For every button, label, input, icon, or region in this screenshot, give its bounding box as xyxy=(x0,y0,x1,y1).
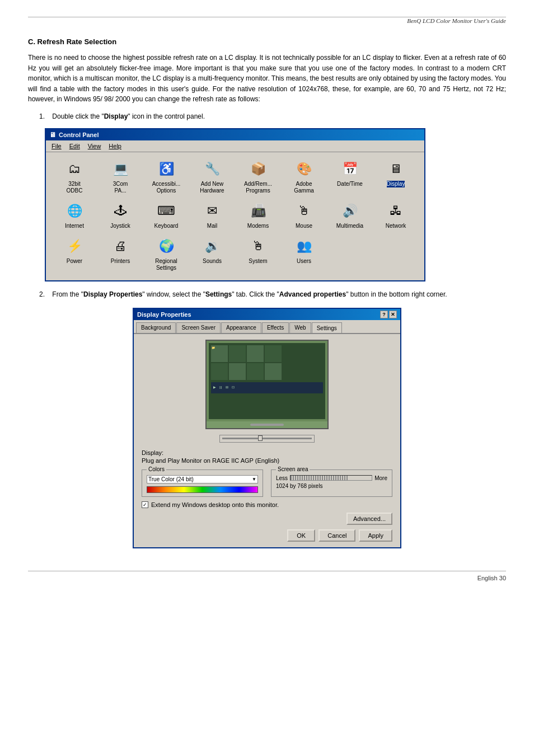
control-panel-window: 🖥 Control Panel File Edit View Help 🗂 32… xyxy=(45,128,425,281)
add-remove-label: Add/Rem...Programs xyxy=(244,181,272,194)
internet-icon: 🌐 xyxy=(64,201,85,221)
multimedia-label: Multimedia xyxy=(336,223,363,229)
menu-view[interactable]: View xyxy=(85,142,105,151)
icon-printers[interactable]: 🖨 Printers xyxy=(97,234,143,273)
datetime-label: Date/Time xyxy=(337,181,363,187)
display-label-text: Display: xyxy=(142,449,392,456)
monitor-preview-wrapper: 📁 xyxy=(203,340,331,445)
keyboard-icon: ⌨ xyxy=(156,201,176,221)
icon-sounds[interactable]: 🔉 Sounds xyxy=(189,234,235,273)
users-icon: 👥 xyxy=(294,236,314,256)
network-label: Network xyxy=(386,223,406,229)
icon-row-1: 🗂 32bitODBC 💻 3ComPA... ♿ Accessibi...Op… xyxy=(51,157,419,195)
ok-button[interactable]: OK xyxy=(287,529,315,542)
menu-edit[interactable]: Edit xyxy=(66,142,83,151)
datetime-icon: 📅 xyxy=(340,159,360,179)
advanced-row: Advanced... xyxy=(142,513,392,525)
slider-track xyxy=(222,438,312,439)
printers-label: Printers xyxy=(111,258,130,265)
icon-32bit[interactable]: 🗂 32bitODBC xyxy=(51,157,97,195)
monitor-screen: 📁 xyxy=(209,343,325,419)
icon-internet[interactable]: 🌐 Internet xyxy=(51,199,97,231)
accessibility-icon: ♿ xyxy=(156,159,176,179)
icon-regional[interactable]: 🌍 RegionalSettings xyxy=(143,234,189,273)
tab-web[interactable]: Web xyxy=(289,322,311,333)
3com-icon: 💻 xyxy=(110,159,130,179)
step-2-bold3: Advanced properties xyxy=(279,290,346,298)
control-panel-title: Control Panel xyxy=(59,132,99,138)
icon-datetime[interactable]: 📅 Date/Time xyxy=(327,157,373,195)
control-panel-icon: 🖥 xyxy=(49,131,56,139)
monitor-base xyxy=(207,421,327,428)
cancel-button[interactable]: Cancel xyxy=(318,529,355,542)
slider-thumb xyxy=(258,435,263,441)
control-panel-menubar: File Edit View Help xyxy=(46,140,424,152)
screen-resolution-text: 1024 by 768 pixels xyxy=(276,483,387,489)
screen-area-slider[interactable] xyxy=(290,475,372,481)
icon-mail[interactable]: ✉ Mail xyxy=(189,199,235,231)
monitor-preview-container: 📁 xyxy=(142,340,392,445)
color-bar xyxy=(147,486,258,493)
menu-file[interactable]: File xyxy=(48,142,65,151)
joystick-icon: 🕹 xyxy=(110,201,130,221)
accessibility-label: Accessibi...Options xyxy=(152,181,181,194)
menu-help[interactable]: Help xyxy=(105,142,125,151)
icon-joystick[interactable]: 🕹 Joystick xyxy=(97,199,143,231)
sounds-icon: 🔉 xyxy=(202,236,222,256)
multimedia-icon: 🔊 xyxy=(340,201,360,221)
network-icon: 🖧 xyxy=(386,201,406,221)
power-label: Power xyxy=(67,258,82,265)
mouse-label: Mouse xyxy=(296,223,312,229)
apply-button[interactable]: Apply xyxy=(359,529,392,542)
icon-display[interactable]: 🖥 Display xyxy=(373,157,419,195)
icon-3com[interactable]: 💻 3ComPA... xyxy=(97,157,143,195)
step-1: 1. Double click the "Display" icon in th… xyxy=(39,112,506,120)
help-button[interactable]: ? xyxy=(380,311,388,318)
icon-accessibility[interactable]: ♿ Accessibi...Options xyxy=(143,157,189,195)
icon-modems[interactable]: 📠 Modems xyxy=(235,199,281,231)
step-2-bold2: Settings xyxy=(205,290,232,298)
step-1-text: Double click the "Display" icon in the c… xyxy=(52,112,205,120)
advanced-button[interactable]: Advanced... xyxy=(346,513,392,525)
icon-keyboard[interactable]: ⌨ Keyboard xyxy=(143,199,189,231)
icon-add-remove[interactable]: 📦 Add/Rem...Programs xyxy=(235,157,281,195)
tab-effects[interactable]: Effects xyxy=(262,322,289,333)
system-icon: 🖱 xyxy=(248,236,268,256)
mail-icon: ✉ xyxy=(202,201,222,221)
icon-mouse[interactable]: 🖱 Mouse xyxy=(281,199,327,231)
colors-dropdown-arrow: ▼ xyxy=(252,477,256,482)
icons-area: 🗂 32bitODBC 💻 3ComPA... ♿ Accessibi...Op… xyxy=(46,152,424,280)
keyboard-label: Keyboard xyxy=(154,223,179,229)
icon-add-hardware[interactable]: 🔧 Add NewHardware xyxy=(189,157,235,195)
sounds-label: Sounds xyxy=(203,258,222,265)
tab-settings[interactable]: Settings xyxy=(312,322,342,333)
page-header: BenQ LCD Color Monitor User's Guide xyxy=(28,17,506,27)
icon-adobe[interactable]: 🎨 AdobeGamma xyxy=(281,157,327,195)
adobe-icon: 🎨 xyxy=(294,159,314,179)
icon-users[interactable]: 👥 Users xyxy=(281,234,327,273)
screen-area-title: Screen area xyxy=(276,466,310,472)
icon-power[interactable]: ⚡ Power xyxy=(51,234,97,273)
tab-background[interactable]: Background xyxy=(136,322,176,333)
monitor-preview: 📁 xyxy=(205,340,329,429)
colors-select[interactable]: True Color (24 bit) ▼ xyxy=(147,475,258,483)
users-label: Users xyxy=(297,258,311,265)
icon-system[interactable]: 🖱 System xyxy=(235,234,281,273)
tab-appearance[interactable]: Appearance xyxy=(221,322,261,333)
colors-value: True Color (24 bit) xyxy=(148,476,194,482)
tab-screensaver[interactable]: Screen Saver xyxy=(176,322,221,333)
extend-desktop-checkbox[interactable]: ✓ xyxy=(142,501,148,508)
mouse-icon: 🖱 xyxy=(294,201,314,221)
regional-label: RegionalSettings xyxy=(155,258,177,271)
3com-label: 3ComPA... xyxy=(113,181,128,194)
colors-group-title: Colors xyxy=(147,466,166,472)
close-button[interactable]: ✕ xyxy=(389,311,397,318)
display-properties-content: 📁 xyxy=(134,334,400,547)
icon-network[interactable]: 🖧 Network xyxy=(373,199,419,231)
screen-slider-fill xyxy=(291,476,348,480)
colors-group: Colors True Color (24 bit) ▼ xyxy=(142,469,263,497)
monitor-slider[interactable] xyxy=(219,435,315,443)
icon-multimedia[interactable]: 🔊 Multimedia xyxy=(327,199,373,231)
mail-label: Mail xyxy=(207,223,217,229)
step-2-num: 2. xyxy=(39,290,50,298)
